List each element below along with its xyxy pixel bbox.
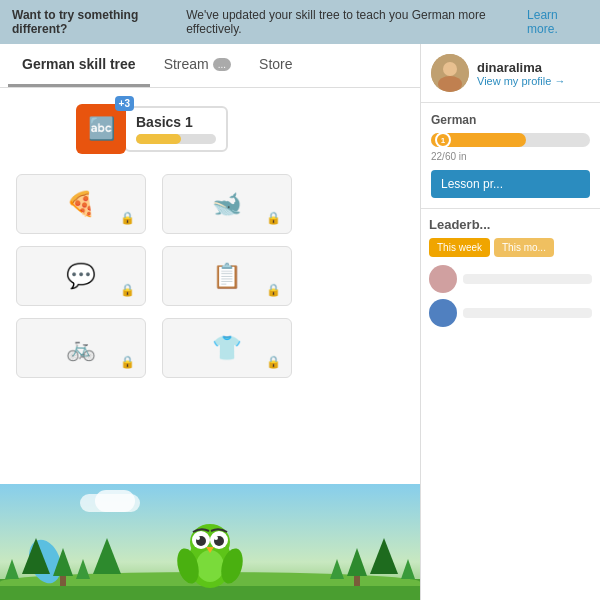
banner-message: We've updated your skill tree to teach y… — [186, 8, 524, 36]
left-content: German skill tree Stream ... Store 🔤 +3 … — [0, 44, 420, 600]
xp-info: 22/60 in — [431, 151, 590, 162]
leaderboard-title: Leaderb... — [429, 217, 592, 232]
skill-cell-clothing[interactable]: 👕 🔒 — [162, 318, 292, 378]
leaderboard-user-1 — [429, 265, 592, 293]
leaderboard-section: Leaderb... This week This mo... — [421, 209, 600, 600]
table-icon: 📋 — [212, 262, 242, 290]
tree-2 — [22, 538, 50, 586]
svg-point-7 — [196, 536, 200, 540]
speech-icon: 💬 — [66, 262, 96, 290]
lb-name-2 — [463, 308, 592, 318]
svg-point-2 — [196, 550, 224, 582]
skill-grid: 🍕 🔒 🐋 🔒 💬 🔒 📋 🔒 — [16, 174, 404, 378]
profile-info: dinaralima View my profile → — [477, 60, 565, 87]
lb-name-1 — [463, 274, 592, 284]
tab-stream[interactable]: Stream ... — [150, 44, 245, 87]
basics-title: Basics 1 — [136, 114, 216, 130]
skill-cell-phrases[interactable]: 💬 🔒 — [16, 246, 146, 306]
tree-r1 — [330, 559, 344, 586]
stream-badge: ... — [213, 58, 231, 71]
tree-r4 — [401, 559, 415, 586]
svg-point-14 — [438, 76, 462, 92]
skill-row-3: 🚲 🔒 👕 🔒 — [16, 318, 404, 378]
svg-point-8 — [214, 536, 218, 540]
leaderboard-this-week[interactable]: This week — [429, 238, 490, 257]
skill-row-2: 💬 🔒 📋 🔒 — [16, 246, 404, 306]
right-sidebar: dinaralima View my profile → German 1 22… — [420, 44, 600, 600]
tabs-bar: German skill tree Stream ... Store — [0, 44, 420, 88]
tree-r3 — [370, 538, 398, 586]
view-profile-link[interactable]: View my profile → — [477, 75, 565, 87]
lock-icon-4: 🔒 — [266, 283, 281, 297]
lb-avatar-1 — [429, 265, 457, 293]
tree-r2 — [347, 548, 367, 586]
top-banner: Want to try something different? We've u… — [0, 0, 600, 44]
lock-icon-2: 🔒 — [266, 211, 281, 225]
progress-bar — [136, 134, 216, 144]
lesson-button[interactable]: Lesson pr... — [431, 170, 590, 198]
cloud-2 — [95, 490, 135, 512]
profile-section: dinaralima View my profile → — [421, 44, 600, 103]
shirt-icon: 👕 — [212, 334, 242, 362]
plus-badge: +3 — [115, 96, 134, 111]
skill-cell-sports[interactable]: 🚲 🔒 — [16, 318, 146, 378]
tab-skill-tree[interactable]: German skill tree — [8, 44, 150, 87]
basics-info[interactable]: Basics 1 — [124, 106, 228, 152]
skill-row-1: 🍕 🔒 🐋 🔒 — [16, 174, 404, 234]
basics-row: 🔤 +3 Basics 1 — [76, 104, 404, 154]
german-label: German — [431, 113, 590, 127]
basics-card[interactable]: 🔤 +3 — [76, 104, 126, 154]
owl-mascot — [175, 514, 245, 594]
level-track — [431, 133, 590, 147]
bottom-scene — [0, 484, 420, 600]
tree-1 — [5, 559, 19, 586]
level-bar: 1 — [431, 133, 590, 147]
tab-store[interactable]: Store — [245, 44, 306, 87]
svg-point-13 — [443, 62, 457, 76]
skill-cell-animals[interactable]: 🐋 🔒 — [162, 174, 292, 234]
lock-icon-3: 🔒 — [120, 283, 135, 297]
tree-5 — [93, 538, 121, 586]
profile-name: dinaralima — [477, 60, 565, 75]
tree-4 — [76, 559, 90, 586]
lock-icon-1: 🔒 — [120, 211, 135, 225]
lock-icon-6: 🔒 — [266, 355, 281, 369]
skill-cell-food[interactable]: 🍕 🔒 — [16, 174, 146, 234]
tree-3 — [53, 548, 73, 586]
skill-cell-misc[interactable]: 📋 🔒 — [162, 246, 292, 306]
leaderboard-this-month[interactable]: This mo... — [494, 238, 554, 257]
german-section: German 1 22/60 in Lesson pr... — [421, 103, 600, 209]
basics-icon: 🔤 — [88, 116, 115, 142]
food-icon: 🍕 — [66, 190, 96, 218]
lock-icon-5: 🔒 — [120, 355, 135, 369]
skill-area: 🔤 +3 Basics 1 🍕 🔒 — [0, 88, 420, 484]
avatar — [431, 54, 469, 92]
bike-icon: 🚲 — [66, 334, 96, 362]
main-layout: German skill tree Stream ... Store 🔤 +3 … — [0, 44, 600, 600]
progress-bar-fill — [136, 134, 181, 144]
leaderboard-tabs: This week This mo... — [429, 238, 592, 257]
banner-prefix: Want to try something different? — [12, 8, 186, 36]
banner-link[interactable]: Learn more. — [527, 8, 588, 36]
lb-avatar-2 — [429, 299, 457, 327]
leaderboard-user-2 — [429, 299, 592, 327]
whale-icon: 🐋 — [212, 190, 242, 218]
level-dot: 1 — [435, 132, 451, 148]
